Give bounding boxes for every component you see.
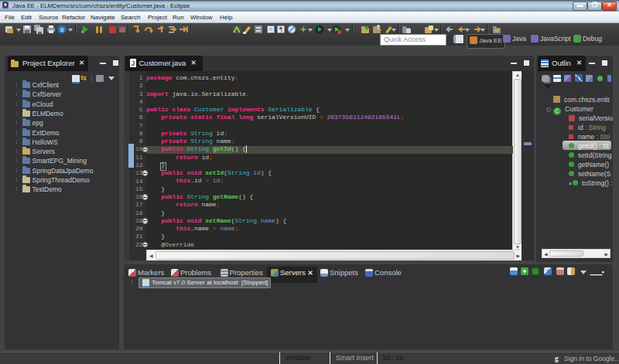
- svg-text:8: 8: [60, 26, 64, 33]
- svg-text:¶: ¶: [279, 26, 282, 33]
